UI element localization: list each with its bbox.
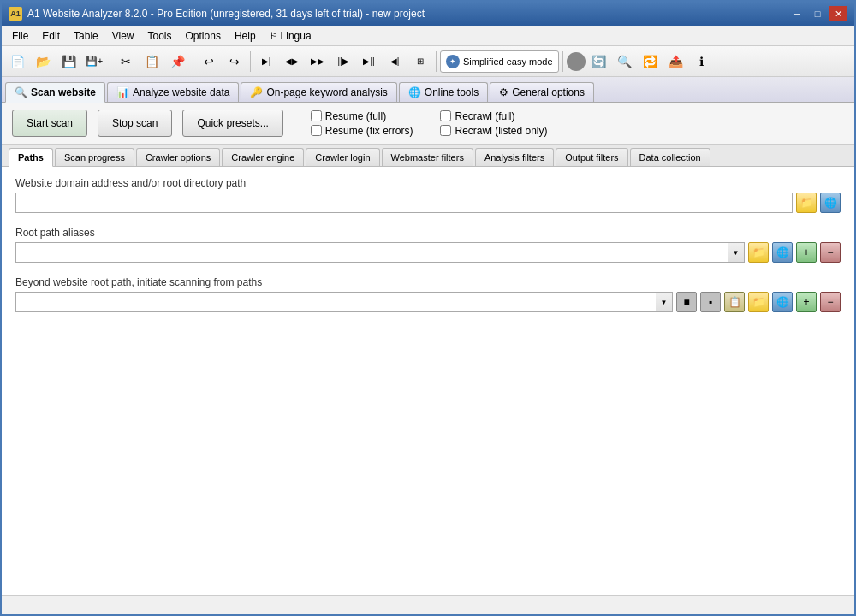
close-button[interactable]: ✕ <box>829 6 847 21</box>
nav-tab-online-label: Online tools <box>425 86 479 98</box>
menu-lingua[interactable]: 🏳 Lingua <box>263 28 318 44</box>
tb-action1[interactable]: ▶| <box>254 50 278 74</box>
tb-undo[interactable]: ↩ <box>197 50 221 74</box>
menu-file[interactable]: File <box>5 28 35 44</box>
initiate-input[interactable] <box>15 292 656 312</box>
menu-tools[interactable]: Tools <box>141 28 179 44</box>
tb-save-as[interactable]: 💾+ <box>82 50 106 74</box>
status-bar <box>2 595 854 614</box>
menu-edit[interactable]: Edit <box>35 28 67 44</box>
initiate-copy-button[interactable]: 📋 <box>724 292 745 312</box>
domain-web-button[interactable]: 🌐 <box>820 192 841 213</box>
tab-webmaster-filters[interactable]: Webmaster filters <box>382 148 473 166</box>
nav-tab-general-options[interactable]: ⚙ General options <box>490 82 594 102</box>
initiate-square1-button[interactable]: ■ <box>676 292 697 312</box>
recrawl-full-checkbox[interactable]: Recrawl (full) <box>440 110 547 122</box>
aliases-input[interactable] <box>15 242 728 263</box>
tb-redo[interactable]: ↪ <box>223 50 247 74</box>
tab-data-collection[interactable]: Data collection <box>630 148 710 166</box>
recrawl-listed-checkbox[interactable]: Recrawl (listed only) <box>440 125 547 137</box>
window-controls: ─ □ ✕ <box>788 6 847 21</box>
menu-help[interactable]: Help <box>228 28 263 44</box>
tb-circle1[interactable] <box>567 52 586 71</box>
title-bar: A1 A1 Website Analyzer 8.2.0 - Pro Editi… <box>2 2 854 26</box>
recrawl-full-input[interactable] <box>440 110 451 121</box>
menu-table[interactable]: Table <box>67 28 105 44</box>
recrawl-listed-label: Recrawl (listed only) <box>455 125 547 137</box>
aliases-label: Root path aliases <box>15 227 841 239</box>
tb-search[interactable]: 🔍 <box>613 50 637 74</box>
tb-copy[interactable]: 📋 <box>140 50 163 74</box>
minimize-button[interactable]: ─ <box>788 6 806 21</box>
resume-group: Resume (full) Resume (fix errors) <box>311 110 413 137</box>
initiate-remove-button[interactable]: − <box>820 292 841 312</box>
tab-crawler-engine[interactable]: Crawler engine <box>222 148 304 166</box>
resume-fix-checkbox[interactable]: Resume (fix errors) <box>311 125 413 137</box>
tb-action2[interactable]: ◀▶ <box>280 50 304 74</box>
resume-full-input[interactable] <box>311 110 322 121</box>
initiate-web-button[interactable]: 🌐 <box>772 292 793 312</box>
tb-new[interactable]: 📄 <box>5 50 29 74</box>
aliases-combo-wrapper: ▼ <box>15 242 745 263</box>
stop-scan-button[interactable]: Stop scan <box>98 110 172 137</box>
initiate-add-button[interactable]: + <box>796 292 817 312</box>
scan-website-icon: 🔍 <box>15 86 27 98</box>
tab-output-filters[interactable]: Output filters <box>556 148 627 166</box>
tb-refresh[interactable]: 🔄 <box>587 50 611 74</box>
start-scan-button[interactable]: Start scan <box>12 110 87 137</box>
tb-action6[interactable]: ◀| <box>383 50 407 74</box>
nav-tab-analyze-data[interactable]: 📊 Analyze website data <box>107 82 239 102</box>
menu-view[interactable]: View <box>105 28 141 44</box>
resume-full-checkbox[interactable]: Resume (full) <box>311 110 413 122</box>
aliases-folder-button[interactable]: 📁 <box>748 242 769 263</box>
tb-cut[interactable]: ✂ <box>114 50 138 74</box>
recrawl-full-label: Recrawl (full) <box>455 110 514 122</box>
recrawl-listed-input[interactable] <box>440 125 451 136</box>
tb-info[interactable]: ℹ <box>690 50 714 74</box>
aliases-remove-button[interactable]: − <box>820 242 841 263</box>
easy-mode-toggle[interactable]: ✦ Simplified easy mode <box>440 50 559 73</box>
tab-paths[interactable]: Paths <box>9 148 53 167</box>
aliases-web-button[interactable]: 🌐 <box>772 242 793 263</box>
title-text: A1 A1 Website Analyzer 8.2.0 - Pro Editi… <box>9 7 425 21</box>
domain-input[interactable] <box>15 192 793 213</box>
tb-sep3 <box>250 51 251 72</box>
domain-label: Website domain address and/or root direc… <box>15 177 841 189</box>
tb-action7[interactable]: ⊞ <box>408 50 432 74</box>
tb-action4[interactable]: ||▶ <box>331 50 355 74</box>
initiate-label: Beyond website root path, initiate scann… <box>15 276 841 288</box>
domain-folder-button[interactable]: 📁 <box>796 192 817 213</box>
initiate-dropdown-arrow[interactable]: ▼ <box>656 292 673 312</box>
tb-action3[interactable]: ▶▶ <box>306 50 330 74</box>
app-icon: A1 <box>9 7 22 21</box>
initiate-folder-button[interactable]: 📁 <box>748 292 769 312</box>
tb-share[interactable]: 📤 <box>664 50 688 74</box>
maximize-button[interactable]: □ <box>808 6 827 21</box>
keyword-icon: 🔑 <box>250 86 263 98</box>
aliases-add-button[interactable]: + <box>796 242 817 263</box>
menu-options[interactable]: Options <box>179 28 228 44</box>
online-icon: 🌐 <box>408 86 421 98</box>
resume-fix-input[interactable] <box>311 125 322 136</box>
tab-scan-progress[interactable]: Scan progress <box>55 148 134 166</box>
tb-action5[interactable]: ▶|| <box>357 50 381 74</box>
initiate-square2-button[interactable]: ▪ <box>700 292 721 312</box>
nav-tab-keyword[interactable]: 🔑 On-page keyword analysis <box>241 82 396 102</box>
aliases-dropdown-arrow[interactable]: ▼ <box>728 242 745 263</box>
content-tabs: Paths Scan progress Crawler options Craw… <box>2 145 854 167</box>
easy-mode-icon: ✦ <box>446 55 460 68</box>
tb-recrawl[interactable]: 🔁 <box>639 50 663 74</box>
scan-controls: Start scan Stop scan Quick presets... Re… <box>2 103 854 145</box>
tab-crawler-login[interactable]: Crawler login <box>306 148 379 166</box>
tb-open[interactable]: 📂 <box>31 50 55 74</box>
nav-tab-online-tools[interactable]: 🌐 Online tools <box>399 82 488 102</box>
tab-crawler-options[interactable]: Crawler options <box>136 148 220 166</box>
tb-paste[interactable]: 📌 <box>165 50 189 74</box>
initiate-combo-wrapper: ▼ <box>15 292 673 312</box>
tab-analysis-filters[interactable]: Analysis filters <box>475 148 554 166</box>
resume-fix-label: Resume (fix errors) <box>325 125 413 137</box>
aliases-row: ▼ 📁 🌐 + − <box>15 242 841 263</box>
tb-save[interactable]: 💾 <box>56 50 80 74</box>
nav-tab-scan-website[interactable]: 🔍 Scan website <box>5 82 105 103</box>
quick-presets-button[interactable]: Quick presets... <box>182 110 282 137</box>
